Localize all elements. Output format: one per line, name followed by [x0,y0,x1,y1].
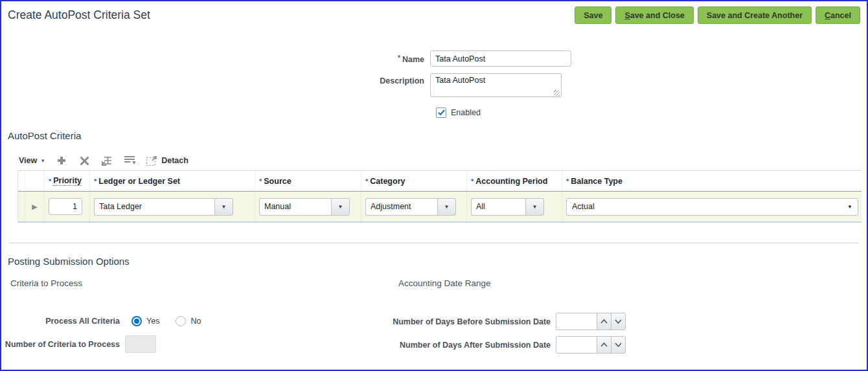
accounting-period-cell: All ▼ [467,192,562,221]
days-after-spinner [556,336,626,354]
balance-type-cell: Actual ▼ [562,192,862,221]
delete-row-button[interactable] [78,154,91,167]
row-header-cell [18,192,25,221]
number-of-criteria-input [125,335,156,353]
days-after-row: Number of Days After Submission Date [390,336,867,354]
autopost-criteria-heading: AutoPost Criteria [8,130,867,141]
priority-input[interactable] [49,198,82,215]
posting-options-columns: Criteria to Process Process All Criteria… [1,278,867,354]
save-and-close-button[interactable]: Save and Close [615,6,693,24]
add-row-button[interactable] [55,154,68,167]
description-row: Description Tata AutoPost [1,73,867,99]
criteria-to-process-heading: Criteria to Process [10,278,390,288]
ledger-cell: Tata Ledger ▼ [90,192,255,221]
process-all-criteria-label: Process All Criteria [1,317,120,326]
row-expand-icon[interactable]: ▶ [32,203,37,211]
table-row[interactable]: ▶ Tata Ledger ▼ Manual ▼ Adjustment ▼ [18,192,862,223]
ledger-combobox[interactable]: Tata Ledger ▼ [94,198,233,216]
table-header-row: *Priority *Ledger or Ledger Set *Source … [18,170,862,192]
chevron-down-icon: ▼ [40,158,45,164]
source-dropdown-button[interactable]: ▼ [331,198,350,216]
page-header: Create AutoPost Criteria Set Save Save a… [1,1,867,24]
days-before-spinner [556,313,626,330]
balance-type-select[interactable]: Actual ▼ [566,198,858,216]
source-cell: Manual ▼ [255,192,361,221]
spinner-down-button[interactable] [611,336,626,354]
number-of-criteria-row: Number of Criteria to Process [1,335,390,353]
spinner-up-button[interactable] [597,336,611,354]
dropdown-arrow-icon: ▼ [444,204,450,210]
ledger-dropdown-button[interactable]: ▼ [214,198,233,216]
detach-icon [146,155,157,166]
checkmark-icon [438,109,445,116]
column-header-priority[interactable]: *Priority [45,171,90,191]
column-header-source[interactable]: *Source [255,171,361,191]
radio-option-no[interactable]: No [176,316,201,326]
accounting-period-dropdown-button[interactable]: ▼ [525,198,544,216]
days-after-input[interactable] [556,336,597,354]
name-row: *Name [1,51,867,67]
resize-handle-icon[interactable] [554,90,560,96]
create-autopost-criteria-set-page: Create AutoPost Criteria Set Save Save a… [0,0,868,371]
radio-unselected-icon[interactable] [176,316,186,326]
query-by-example-icon [124,155,135,166]
save-button[interactable]: Save [575,6,611,24]
spinner-up-button[interactable] [597,313,611,330]
description-label: Description [1,73,430,85]
plus-icon [56,155,67,166]
view-menu-button[interactable]: View ▼ [19,156,45,165]
column-header-accounting-period[interactable]: *Accounting Period [467,171,562,191]
dropdown-arrow-icon: ▼ [222,204,227,210]
radio-option-yes[interactable]: Yes [131,316,159,326]
name-input[interactable] [430,51,571,67]
header-form: *Name Description Tata AutoPost Enabled [1,51,867,118]
dropdown-arrow-icon: ▼ [338,204,343,210]
row-expand-cell[interactable]: ▶ [25,192,45,221]
section-separator [9,243,859,243]
name-label: *Name [1,51,430,64]
cancel-button[interactable]: Cancel [816,6,860,24]
posting-submission-options-heading: Posting Submission Options [8,256,867,267]
radio-selected-icon[interactable] [131,316,142,326]
required-asterisk: * [398,54,402,62]
criteria-to-process-panel: Criteria to Process Process All Criteria… [1,278,390,354]
category-cell: Adjustment ▼ [361,192,467,221]
freeze-icon [101,155,113,166]
chevron-down-icon [615,319,622,324]
category-dropdown-button[interactable]: ▼ [437,198,456,216]
dropdown-arrow-icon: ▼ [532,204,538,210]
description-textarea[interactable]: Tata AutoPost [430,73,562,97]
autopost-criteria-table: *Priority *Ledger or Ledger Set *Source … [17,170,862,223]
accounting-date-range-panel: Accounting Date Range Number of Days Bef… [390,278,867,354]
accounting-period-combobox[interactable]: All ▼ [471,198,544,216]
table-toolbar: View ▼ D [19,154,867,167]
column-header-balance-type[interactable]: *Balance Type [562,171,862,191]
column-header-ledger[interactable]: *Ledger or Ledger Set [90,171,255,191]
spinner-down-button[interactable] [611,313,626,330]
days-before-row: Number of Days Before Submission Date [390,313,867,330]
detach-button[interactable]: Detach [146,155,188,166]
process-all-criteria-row: Process All Criteria Yes No [1,316,390,326]
action-button-bar: Save Save and Close Save and Create Anot… [575,6,860,24]
source-combobox[interactable]: Manual ▼ [259,198,350,216]
number-of-criteria-label: Number of Criteria to Process [1,340,120,349]
chevron-down-icon [615,343,622,347]
process-all-criteria-radio-group: Yes No [131,316,201,326]
freeze-column-button[interactable] [100,154,113,167]
category-combobox[interactable]: Adjustment ▼ [365,198,456,216]
dropdown-arrow-icon: ▼ [847,204,852,210]
wrap-text-button[interactable] [123,154,136,167]
column-header-category[interactable]: *Category [361,171,467,191]
enabled-checkbox[interactable] [436,107,446,118]
chevron-up-icon [600,319,608,324]
days-before-input[interactable] [556,313,597,330]
page-title: Create AutoPost Criteria Set [8,6,150,22]
save-and-create-another-button[interactable]: Save and Create Another [698,6,812,24]
days-before-label: Number of Days Before Submission Date [390,317,551,326]
enabled-label: Enabled [451,108,481,117]
priority-cell [45,192,90,221]
accounting-date-range-heading: Accounting Date Range [398,278,867,288]
x-icon [80,156,89,166]
days-after-label: Number of Days After Submission Date [390,341,551,350]
chevron-up-icon [600,343,608,347]
